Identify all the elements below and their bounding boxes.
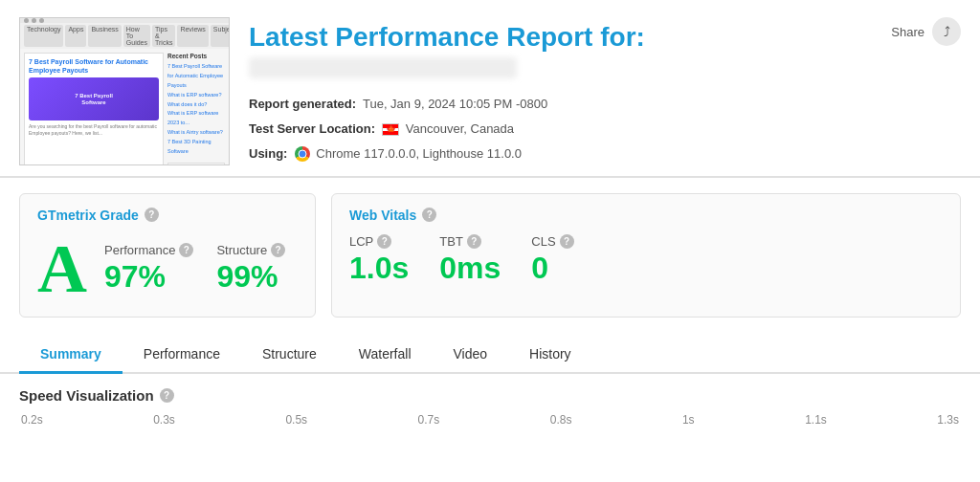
- share-icon-button[interactable]: ⤴: [932, 17, 961, 46]
- lcp-value: 1.0s: [349, 251, 409, 286]
- lcp-item: LCP ? 1.0s: [349, 234, 409, 286]
- thumbnail-link-1: 7 Best Payroll Software for Automatic Em…: [167, 62, 225, 91]
- chrome-icon: [295, 146, 310, 162]
- gtmetrix-help-icon[interactable]: ?: [145, 208, 159, 222]
- ruler-mark: 0.3s: [153, 413, 175, 427]
- using-label: Using:: [249, 146, 287, 161]
- thumbnail-body: 7 Best Payroll Software for Automatic Em…: [20, 49, 229, 165]
- tab-structure[interactable]: Structure: [241, 337, 338, 374]
- header: TechnologyAppsBusinessHow To GuidesTips …: [0, 0, 980, 177]
- tabs-section: SummaryPerformanceStructureWaterfallVide…: [0, 337, 980, 374]
- ruler-mark: 1.3s: [937, 413, 959, 427]
- using-row: Using: Chrome 117.0.0.0, Lighthouse 11.0…: [249, 142, 961, 166]
- speed-section: Speed Visualization ? 0.2s0.3s0.5s0.7s0.…: [0, 374, 980, 427]
- gtmetrix-grade-card: GTmetrix Grade ? A Performance ? 97% Str…: [19, 193, 316, 318]
- web-vitals-card: Web Vitals ? LCP ? 1.0s TBT ? 0ms CLS: [331, 193, 961, 318]
- tbt-label: TBT ?: [439, 234, 501, 249]
- grade-letter: A: [37, 234, 87, 303]
- ruler-mark: 1s: [682, 413, 695, 427]
- canada-flag-icon: [382, 123, 399, 136]
- tab-summary[interactable]: Summary: [19, 337, 122, 374]
- vitals-content: LCP ? 1.0s TBT ? 0ms CLS ? 0: [349, 234, 943, 286]
- performance-help-icon[interactable]: ?: [179, 243, 193, 257]
- ruler-mark: 0.2s: [21, 413, 43, 427]
- thumbnail-sidebar: Recent Posts 7 Best Payroll Software for…: [167, 53, 225, 165]
- report-title: Latest Performance Report for:: [249, 21, 961, 54]
- ruler-mark: 1.1s: [805, 413, 827, 427]
- structure-metric: Structure ? 99%: [216, 243, 285, 295]
- speed-ruler: 0.2s0.3s0.5s0.7s0.8s1s1.1s1.3s: [19, 413, 961, 427]
- share-button[interactable]: Share ⤴: [891, 17, 961, 46]
- server-location-label: Test Server Location:: [249, 121, 375, 136]
- report-generated-value: Tue, Jan 9, 2024 10:05 PM -0800: [363, 97, 547, 111]
- ruler-mark: 0.5s: [285, 413, 307, 427]
- thumbnail-main: 7 Best Payroll Software for Automatic Em…: [24, 53, 164, 165]
- thumbnail-sidebar-title: Recent Posts: [167, 53, 225, 59]
- using-value: Chrome 117.0.0.0, Lighthouse 11.0.0: [316, 146, 522, 161]
- share-label: Share: [891, 25, 924, 39]
- tab-history[interactable]: History: [508, 337, 592, 374]
- thumbnail-text: Are you searching for the best Payroll s…: [29, 123, 159, 137]
- server-location-row: Test Server Location: Vancouver, Canada: [249, 117, 961, 142]
- cls-value: 0: [531, 251, 573, 286]
- tbt-value: 0ms: [439, 251, 501, 286]
- lcp-help-icon[interactable]: ?: [377, 234, 391, 249]
- share-icon: ⤴: [944, 24, 950, 39]
- grade-content: A Performance ? 97% Structure ? 99%: [37, 234, 298, 303]
- thumbnail-link-3: What is ERP software 2023 to...: [167, 109, 225, 128]
- tbt-item: TBT ? 0ms: [439, 234, 501, 286]
- tab-waterfall[interactable]: Waterfall: [338, 337, 433, 374]
- thumbnail-link-4: What is Airtry software?: [167, 128, 225, 138]
- performance-label: Performance ?: [104, 243, 193, 257]
- header-meta: Report generated: Tue, Jan 9, 2024 10:05…: [249, 92, 961, 166]
- thumbnail-link-2: What is ERP software? What does it do?: [167, 91, 225, 110]
- tab-video[interactable]: Video: [433, 337, 509, 374]
- structure-value: 99%: [216, 259, 285, 295]
- web-vitals-title: Web Vitals ?: [349, 208, 943, 223]
- report-generated-row: Report generated: Tue, Jan 9, 2024 10:05…: [249, 92, 961, 117]
- tabs: SummaryPerformanceStructureWaterfallVide…: [19, 337, 961, 372]
- tab-performance[interactable]: Performance: [122, 337, 241, 374]
- speed-title: Speed Visualization ?: [19, 387, 961, 404]
- performance-value: 97%: [104, 259, 193, 295]
- grade-metrics: Performance ? 97% Structure ? 99%: [104, 243, 285, 295]
- web-vitals-help-icon[interactable]: ?: [422, 208, 436, 222]
- speed-help-icon[interactable]: ?: [160, 388, 174, 403]
- ruler-mark: 0.7s: [418, 413, 440, 427]
- report-generated-label: Report generated:: [249, 97, 356, 111]
- thumbnail-article-title: 7 Best Payroll Software for Automatic Em…: [29, 57, 159, 75]
- report-url: [249, 57, 517, 78]
- site-thumbnail: TechnologyAppsBusinessHow To GuidesTips …: [19, 17, 230, 165]
- structure-label: Structure ?: [216, 243, 285, 257]
- tbt-help-icon[interactable]: ?: [467, 234, 481, 249]
- metrics-section: GTmetrix Grade ? A Performance ? 97% Str…: [0, 178, 980, 333]
- gtmetrix-grade-title: GTmetrix Grade ?: [37, 208, 298, 223]
- lcp-label: LCP ?: [349, 234, 409, 249]
- thumbnail-grammar: ✓ grammar Instant Grammar Checker: [167, 163, 225, 165]
- header-info: Latest Performance Report for: Report ge…: [249, 17, 961, 166]
- cls-help-icon[interactable]: ?: [560, 234, 574, 249]
- thumbnail-tabs: TechnologyAppsBusinessHow To GuidesTips …: [20, 23, 229, 49]
- ruler-mark: 0.8s: [550, 413, 572, 427]
- cls-label: CLS ?: [531, 234, 573, 249]
- thumbnail-image: 7 Best PayrollSoftware: [29, 77, 159, 120]
- thumbnail-link-5: 7 Best 3D Painting Software: [167, 138, 225, 157]
- performance-metric: Performance ? 97%: [104, 243, 193, 295]
- cls-item: CLS ? 0: [531, 234, 573, 286]
- structure-help-icon[interactable]: ?: [271, 243, 285, 257]
- server-location-value: Vancouver, Canada: [406, 121, 514, 136]
